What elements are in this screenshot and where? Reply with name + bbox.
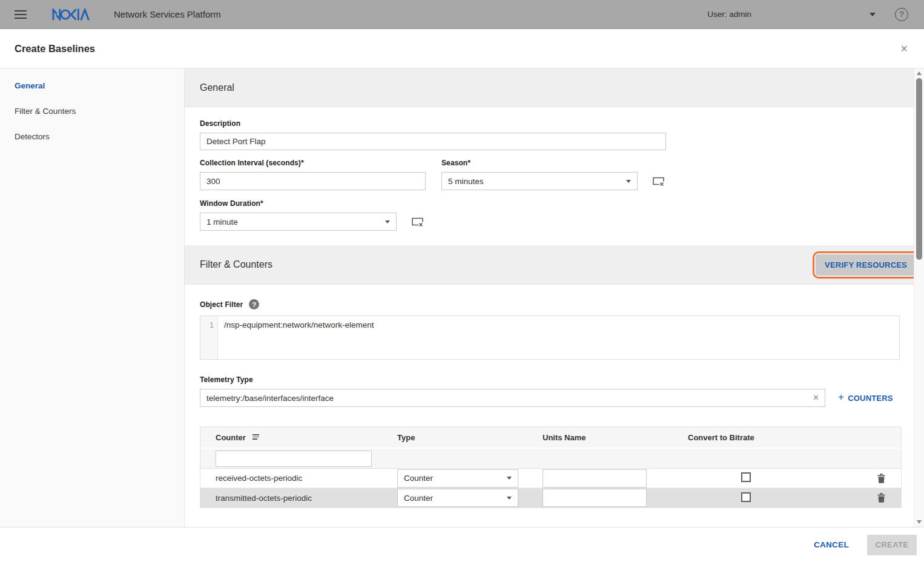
object-filter-value[interactable]: /nsp-equipment:network/network-element: [218, 316, 899, 359]
window-duration-label: Window Duration*: [200, 199, 424, 208]
scroll-up-icon[interactable]: [917, 71, 922, 75]
column-header-type[interactable]: Type: [397, 433, 543, 442]
filter-counters-section-title: Filter & Counters: [200, 259, 272, 270]
type-select[interactable]: Counter: [397, 469, 518, 488]
topbar: Network Services Platform User: admin ?: [0, 0, 924, 29]
chevron-down-icon: [507, 477, 512, 480]
convert-to-bitrate-checkbox[interactable]: [741, 472, 751, 482]
general-form: Description Collection Interval (seconds…: [185, 107, 924, 245]
create-button[interactable]: CREATE: [867, 535, 917, 555]
units-name-input[interactable]: [543, 469, 647, 488]
chevron-down-icon: [626, 180, 631, 183]
sort-icon[interactable]: [252, 433, 259, 440]
column-header-units-name[interactable]: Units Name: [543, 433, 688, 442]
scroll-down-icon[interactable]: [917, 520, 922, 524]
table-header-row: Counter Type Units Name Convert to Bitra…: [200, 427, 901, 449]
cancel-button[interactable]: CANCEL: [814, 540, 849, 549]
app-title: Network Services Platform: [114, 9, 221, 19]
type-select[interactable]: Counter: [397, 489, 518, 507]
window-duration-clear-field-icon[interactable]: [411, 217, 424, 227]
telemetry-type-label: Telemetry Type: [200, 375, 912, 384]
units-name-input[interactable]: [543, 489, 647, 507]
scrollbar-thumb[interactable]: [916, 78, 922, 260]
column-header-convert-to-bitrate[interactable]: Convert to Bitrate: [688, 433, 857, 442]
object-filter-label: Object Filter: [200, 300, 243, 309]
close-icon[interactable]: ✕: [900, 43, 908, 55]
screen: Network Services Platform User: admin ? …: [0, 0, 924, 562]
verify-resources-button[interactable]: VERIFY RESOURCES: [816, 254, 916, 276]
editor-line-number: 1: [200, 316, 218, 359]
main-content: General Description Collection Interval …: [185, 68, 924, 527]
collection-interval-label: Collection Interval (seconds)*: [200, 159, 426, 167]
window-duration-select[interactable]: 1 minute: [200, 213, 397, 231]
column-header-counter[interactable]: Counter: [200, 433, 397, 442]
vertical-scrollbar[interactable]: [914, 68, 924, 527]
dialog-header: Create Baselines ✕: [0, 29, 924, 68]
sidebar-item-general[interactable]: General: [0, 73, 184, 98]
season-select[interactable]: 5 minutes: [441, 172, 638, 190]
collection-interval-input[interactable]: [200, 172, 426, 190]
filter-counters-section-header: Filter & Counters VERIFY RESOURCES: [185, 245, 924, 285]
sidebar-item-filter-counters[interactable]: Filter & Counters: [0, 98, 184, 124]
hamburger-menu-icon[interactable]: [15, 8, 27, 21]
delete-row-icon[interactable]: [877, 474, 885, 483]
counter-cell: received-octets-periodic: [200, 474, 397, 483]
description-label: Description: [200, 119, 912, 128]
table-row[interactable]: transmitted-octets-periodic Counter: [200, 488, 901, 507]
general-section-header: General: [185, 68, 924, 107]
user-menu-label[interactable]: User: admin: [707, 10, 751, 19]
dialog-footer: CANCEL CREATE: [0, 527, 924, 562]
filter-counters-form: Object Filter ? 1 /nsp-equipment:network…: [185, 285, 924, 523]
user-menu-caret-icon[interactable]: [870, 13, 876, 16]
object-filter-help-icon[interactable]: ?: [249, 299, 259, 309]
season-clear-field-icon[interactable]: [652, 176, 665, 187]
delete-row-icon[interactable]: [877, 493, 885, 503]
help-icon[interactable]: ?: [895, 8, 908, 21]
add-counters-button[interactable]: + COUNTERS: [838, 392, 893, 403]
chevron-down-icon: [507, 497, 512, 500]
nokia-logo: [52, 8, 90, 21]
counter-filter-input[interactable]: [216, 451, 372, 467]
telemetry-type-input[interactable]: [200, 389, 825, 407]
sidebar-item-detectors[interactable]: Detectors: [0, 124, 184, 149]
page-title: Create Baselines: [15, 43, 95, 55]
general-section-title: General: [200, 82, 234, 93]
plus-icon: +: [838, 391, 844, 403]
season-label: Season*: [441, 159, 665, 167]
convert-to-bitrate-checkbox[interactable]: [741, 492, 751, 502]
verify-resources-highlight: VERIFY RESOURCES: [813, 251, 919, 279]
telemetry-clear-icon[interactable]: ✕: [813, 393, 819, 402]
chevron-down-icon: [385, 220, 390, 223]
counter-cell: transmitted-octets-periodic: [200, 494, 397, 503]
description-input[interactable]: [200, 133, 666, 150]
table-row[interactable]: received-octets-periodic Counter: [200, 469, 901, 488]
object-filter-editor[interactable]: 1 /nsp-equipment:network/network-element: [200, 316, 900, 360]
counters-table: Counter Type Units Name Convert to Bitra…: [200, 426, 902, 508]
sidebar: General Filter & Counters Detectors: [0, 68, 185, 527]
table-filter-row: [200, 449, 901, 469]
